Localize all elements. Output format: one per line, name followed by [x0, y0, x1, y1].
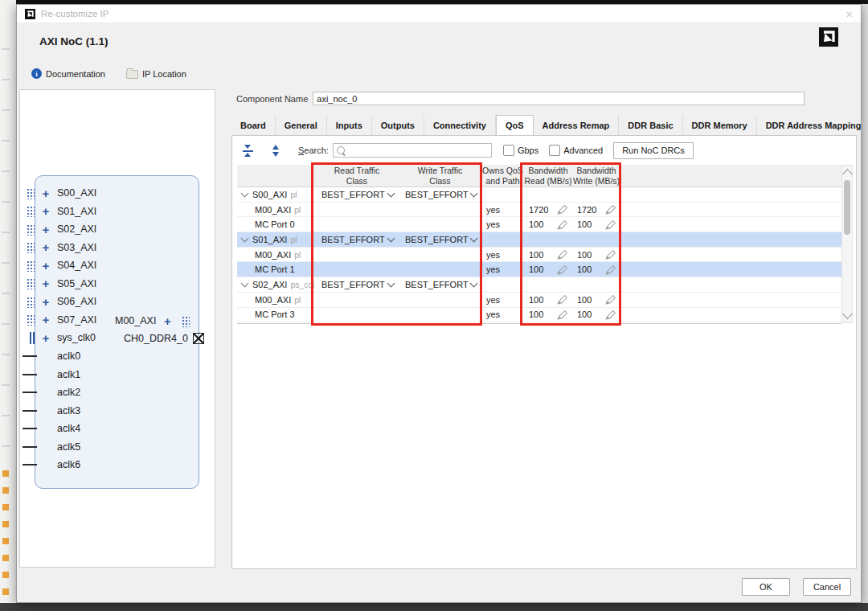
traffic-class-dropdown[interactable]: BEST_EFFORT — [399, 322, 481, 324]
bandwidth-cell[interactable]: 1720 — [524, 203, 572, 217]
plus-icon[interactable] — [40, 223, 51, 236]
port-aclk0[interactable]: aclk0 — [22, 347, 80, 365]
advanced-checkbox[interactable]: Advanced — [549, 145, 603, 156]
bandwidth-cell[interactable]: 100 — [572, 217, 620, 232]
table-row-m00_axi[interactable]: M00_AXIplyes100100 — [237, 293, 841, 308]
port-m00-axi[interactable]: M00_AXI — [115, 312, 190, 330]
port-aclk1[interactable]: aclk1 — [22, 366, 80, 383]
table-row-mc-port-1[interactable]: MC Port 1yes100100 — [237, 262, 841, 277]
plus-icon[interactable] — [40, 314, 51, 326]
port-sys_clk0[interactable]: sys_clk0 — [22, 329, 96, 347]
table-row-s02_axi[interactable]: S02_AXIps_cciBEST_EFFORTBEST_EFFORT — [237, 277, 841, 293]
bandwidth-cell[interactable]: 100 — [572, 262, 620, 277]
table-row-m00_axi[interactable]: M00_AXIplyes100100 — [237, 248, 841, 263]
port-s03_axi[interactable]: S03_AXI — [22, 239, 96, 256]
plus-icon[interactable] — [40, 296, 51, 308]
search-box[interactable] — [333, 143, 492, 158]
bandwidth-cell[interactable]: 100 — [524, 262, 572, 277]
port-aclk6[interactable]: aclk6 — [22, 456, 80, 474]
table-row-s03_axi[interactable]: S03_AXIps_cciBEST_EFFORTBEST_EFFORT — [237, 322, 841, 324]
tab-qos[interactable]: QoS — [496, 115, 534, 135]
edit-pencil-icon[interactable] — [559, 220, 567, 229]
chevron-down-icon[interactable] — [241, 189, 249, 197]
chevron-down-icon[interactable] — [241, 280, 249, 288]
plus-icon[interactable] — [40, 260, 51, 272]
scrollbar-thumb[interactable] — [844, 180, 850, 235]
port-ch0-ddr4[interactable]: CH0_DDR4_0 — [124, 330, 204, 347]
edit-pencil-icon[interactable] — [559, 250, 567, 259]
tab-inputs[interactable]: Inputs — [327, 115, 372, 135]
component-name-input[interactable] — [313, 92, 805, 105]
edit-pencil-icon[interactable] — [607, 220, 616, 229]
checkbox-icon[interactable] — [503, 145, 514, 156]
table-row-m00_axi[interactable]: M00_AXIplyes17201720 — [237, 203, 841, 218]
checkbox-icon[interactable] — [549, 145, 560, 156]
port-s05_axi[interactable]: S05_AXI — [22, 275, 96, 293]
edit-pencil-icon[interactable] — [607, 310, 616, 319]
ip-location-link[interactable]: IP Location — [126, 68, 186, 79]
edit-pencil-icon[interactable] — [607, 295, 616, 304]
run-noc-drcs-button[interactable]: Run NoC DRCs — [613, 142, 694, 159]
traffic-class-dropdown[interactable]: BEST_EFFORT — [315, 322, 399, 324]
edit-pencil-icon[interactable] — [607, 205, 616, 214]
traffic-class-dropdown[interactable]: BEST_EFFORT — [315, 277, 399, 292]
close-icon[interactable]: × — [845, 8, 853, 20]
plus-icon[interactable] — [40, 187, 51, 199]
traffic-class-dropdown[interactable]: BEST_EFFORT — [315, 187, 399, 202]
plus-icon[interactable] — [40, 332, 51, 344]
bandwidth-cell[interactable]: 100 — [524, 248, 572, 262]
port-s00_axi[interactable]: S00_AXI — [22, 184, 96, 202]
port-aclk5[interactable]: aclk5 — [22, 438, 80, 456]
gbps-checkbox[interactable]: Gbps — [503, 145, 538, 156]
column-header[interactable]: Owns QoSand Path — [481, 166, 524, 185]
edit-pencil-icon[interactable] — [559, 310, 567, 319]
port-s07_axi[interactable]: S07_AXI — [22, 311, 96, 329]
bandwidth-cell[interactable]: 100 — [572, 308, 620, 322]
table-vertical-scrollbar[interactable] — [841, 165, 853, 323]
collapse-all-icon[interactable] — [242, 145, 254, 157]
column-header[interactable]: BandwidthWrite (MB/s) — [572, 166, 620, 185]
tab-board[interactable]: Board — [231, 115, 276, 135]
tab-general[interactable]: General — [276, 115, 327, 135]
traffic-class-dropdown[interactable]: BEST_EFFORT — [399, 232, 481, 247]
traffic-class-dropdown[interactable]: BEST_EFFORT — [399, 187, 481, 202]
port-s06_axi[interactable]: S06_AXI — [22, 293, 96, 310]
edit-pencil-icon[interactable] — [559, 265, 567, 274]
column-header[interactable]: BandwidthRead (MB/s) — [524, 166, 572, 185]
scroll-down-icon[interactable] — [842, 309, 853, 319]
tab-ddr-basic[interactable]: DDR Basic — [619, 115, 682, 135]
tab-connectivity[interactable]: Connectivity — [424, 115, 496, 135]
port-s02_axi[interactable]: S02_AXI — [22, 220, 96, 238]
port-aclk2[interactable]: aclk2 — [22, 383, 80, 401]
scroll-up-icon[interactable] — [842, 169, 853, 179]
bandwidth-cell[interactable]: 100 — [524, 308, 572, 322]
tab-ddr-memory[interactable]: DDR Memory — [683, 115, 757, 135]
plus-icon[interactable] — [40, 277, 51, 289]
tab-outputs[interactable]: Outputs — [372, 115, 424, 135]
documentation-link[interactable]: i Documentation — [31, 68, 105, 79]
port-s01_axi[interactable]: S01_AXI — [22, 203, 96, 220]
port-aclk4[interactable]: aclk4 — [22, 420, 80, 437]
edit-pencil-icon[interactable] — [559, 205, 567, 214]
cancel-button[interactable]: Cancel — [803, 578, 851, 596]
plus-icon[interactable] — [40, 205, 51, 217]
column-header[interactable]: Write TrafficClass — [399, 166, 481, 185]
bandwidth-cell[interactable]: 100 — [572, 248, 620, 262]
edit-pencil-icon[interactable] — [559, 295, 567, 304]
plus-icon[interactable] — [162, 315, 173, 327]
ok-button[interactable]: OK — [742, 578, 790, 596]
bandwidth-cell[interactable]: 100 — [572, 293, 620, 307]
table-row-mc-port-3[interactable]: MC Port 3yes100100 — [237, 308, 841, 323]
search-input[interactable] — [348, 145, 488, 156]
edit-pencil-icon[interactable] — [607, 250, 616, 259]
bandwidth-cell[interactable]: 100 — [524, 293, 572, 307]
column-header[interactable]: Read TrafficClass — [315, 166, 399, 185]
traffic-class-dropdown[interactable]: BEST_EFFORT — [315, 232, 399, 247]
chevron-down-icon[interactable] — [241, 234, 249, 242]
tab-address-remap[interactable]: Address Remap — [534, 115, 620, 135]
bandwidth-cell[interactable]: 100 — [524, 217, 572, 232]
table-row-s01_axi[interactable]: S01_AXIplBEST_EFFORTBEST_EFFORT — [237, 232, 841, 248]
tab-ddr-address-mapping[interactable]: DDR Address Mapping — [757, 115, 868, 135]
edit-pencil-icon[interactable] — [607, 265, 616, 274]
port-s04_axi[interactable]: S04_AXI — [22, 256, 96, 274]
